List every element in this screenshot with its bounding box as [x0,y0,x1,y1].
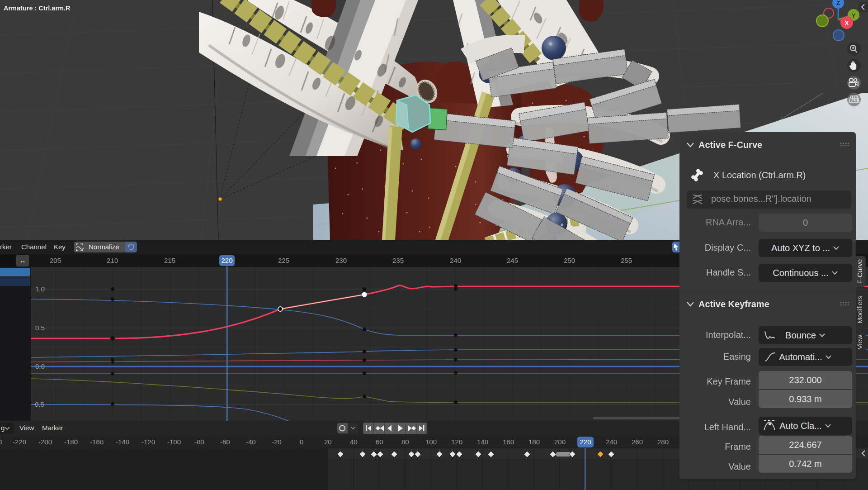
svg-text:-0.5: -0.5 [33,400,44,408]
svg-text:Z: Z [836,0,840,6]
svg-text:X: X [844,19,849,27]
svg-text:Armature : Ctrl.arm.R: Armature : Ctrl.arm.R [4,5,71,12]
svg-text:1.0: 1.0 [35,285,45,293]
svg-text:0.0: 0.0 [35,362,45,370]
svg-text:Y: Y [852,12,856,19]
svg-text:0.5: 0.5 [35,324,45,332]
